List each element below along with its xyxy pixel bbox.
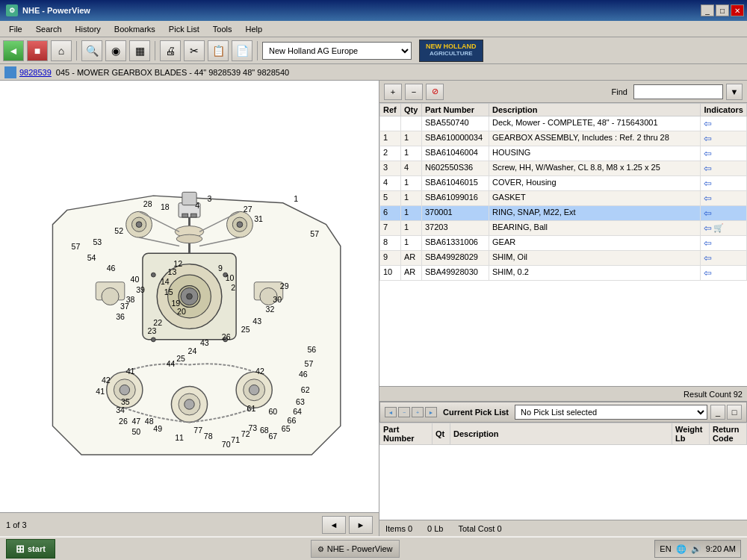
copy-button[interactable]: 📋 bbox=[208, 40, 229, 61]
breadcrumb-link[interactable]: 9828539 bbox=[19, 68, 52, 77]
search-button[interactable]: 🔍 bbox=[81, 40, 102, 61]
svg-text:10: 10 bbox=[226, 273, 235, 282]
menu-picklist[interactable]: Pick List bbox=[163, 23, 205, 35]
pl-nav-plus[interactable]: + bbox=[412, 407, 424, 417]
arrow-icon[interactable]: ⇦ bbox=[704, 163, 712, 174]
pl-minimize-button[interactable]: _ bbox=[710, 405, 725, 420]
barcode-button[interactable]: ▦ bbox=[129, 40, 150, 61]
menu-file[interactable]: File bbox=[3, 23, 28, 35]
diagram-area[interactable]: 1 3 4 18 27 28 31 57 57 52 53 54 46 40 3… bbox=[0, 81, 379, 512]
svg-text:65: 65 bbox=[282, 424, 291, 433]
arrow-icon[interactable]: ⇦ bbox=[704, 208, 712, 219]
svg-text:50: 50 bbox=[131, 427, 140, 436]
pl-nav-left[interactable]: ◄ bbox=[385, 407, 397, 417]
svg-text:42: 42 bbox=[255, 367, 264, 376]
svg-text:30: 30 bbox=[273, 295, 282, 304]
pl-col-return: ReturnCode bbox=[710, 423, 747, 445]
row-description: GEARBOX ASSEMBLY, Includes : Ref. 2 thru… bbox=[489, 131, 701, 146]
breadcrumb-bar: 9828539 045 - MOWER GEARBOX BLADES - 44"… bbox=[0, 64, 747, 81]
arrow-icon[interactable]: ⇦ bbox=[704, 133, 712, 144]
table-row[interactable]: 41SBA61046015COVER, Housing⇦ bbox=[380, 176, 747, 191]
table-row[interactable]: 21SBA61046004HOUSING⇦ bbox=[380, 146, 747, 161]
menu-bookmarks[interactable]: Bookmarks bbox=[108, 23, 161, 35]
minimize-button[interactable]: _ bbox=[701, 4, 714, 16]
result-count-bar: Result Count 92 bbox=[379, 386, 747, 401]
table-row[interactable]: SBA550740Deck, Mower - COMPLETE, 48" - 7… bbox=[380, 116, 747, 131]
menu-search[interactable]: Search bbox=[30, 23, 68, 35]
table-row[interactable]: 9ARSBA49928029SHIM, Oil⇦ bbox=[380, 251, 747, 266]
table-row[interactable]: 10ARSBA49928030SHIM, 0.2⇦ bbox=[380, 266, 747, 281]
svg-text:22: 22 bbox=[153, 318, 162, 327]
footer-cost: Total Cost 0 bbox=[459, 524, 502, 533]
svg-point-24 bbox=[151, 273, 155, 277]
arrow-icon[interactable]: ⇦ bbox=[704, 252, 712, 264]
menu-help[interactable]: Help bbox=[240, 23, 269, 35]
row-indicators: ⇦ bbox=[701, 176, 747, 191]
find-input[interactable] bbox=[633, 84, 723, 99]
region-dropdown[interactable]: New Holland AG Europe bbox=[262, 42, 412, 60]
scissors-button[interactable]: ✂ bbox=[184, 40, 205, 61]
menu-history[interactable]: History bbox=[69, 23, 107, 35]
svg-text:70: 70 bbox=[222, 440, 231, 449]
svg-text:34: 34 bbox=[116, 405, 125, 414]
menu-tools[interactable]: Tools bbox=[207, 23, 238, 35]
parts-remove-button[interactable]: − bbox=[405, 84, 423, 100]
logo-line2: AGRICULTURE bbox=[430, 51, 473, 57]
row-indicators: ⇦ bbox=[701, 206, 747, 221]
svg-text:26: 26 bbox=[119, 417, 128, 426]
arrow-icon[interactable]: ⇦ bbox=[704, 237, 712, 249]
parts-toolbar: + − ⊘ Find ▼ bbox=[379, 81, 747, 103]
arrow-icon[interactable]: ⇦ bbox=[704, 267, 712, 279]
circle-button[interactable]: ◉ bbox=[105, 40, 126, 61]
arrow-icon[interactable]: ⇦ bbox=[704, 223, 712, 234]
start-button[interactable]: ⊞ start bbox=[6, 539, 55, 559]
pl-maximize-button[interactable]: □ bbox=[727, 405, 742, 420]
parts-info-button[interactable]: ⊘ bbox=[426, 84, 444, 100]
picklist-table-area[interactable]: PartNumber Qt Description WeightLb Retur… bbox=[379, 423, 747, 520]
row-indicators: ⇦ bbox=[701, 116, 747, 131]
svg-text:60: 60 bbox=[268, 407, 277, 416]
pl-nav-right[interactable]: ► bbox=[425, 407, 437, 417]
table-row[interactable]: 51SBA61099016GASKET⇦ bbox=[380, 191, 747, 206]
right-panel: + − ⊘ Find ▼ Ref Qty Part Number Descrip… bbox=[379, 81, 747, 536]
row-description: SHIM, Oil bbox=[489, 251, 701, 266]
arrow-icon[interactable]: ⇦ bbox=[704, 178, 712, 189]
print-button[interactable]: 🖨 bbox=[160, 40, 181, 61]
taskbar-item[interactable]: ⚙ NHE - PowerView bbox=[311, 540, 400, 558]
arrow-icon[interactable]: ⇦ bbox=[704, 193, 712, 204]
table-row[interactable]: 61370001RING, SNAP, M22, Ext⇦ bbox=[380, 206, 747, 221]
parts-table-container[interactable]: Ref Qty Part Number Description Indicato… bbox=[379, 103, 747, 386]
next-image-button[interactable]: ► bbox=[349, 516, 373, 534]
arrow-icon[interactable]: ⇦ bbox=[704, 148, 712, 159]
picklist-nav: ◄ − + ► bbox=[385, 407, 437, 417]
svg-point-33 bbox=[237, 222, 243, 228]
stop-button[interactable]: ■ bbox=[27, 40, 48, 61]
home-button[interactable]: ⌂ bbox=[51, 40, 72, 61]
row-qty: 1 bbox=[401, 191, 422, 206]
row-qty: 1 bbox=[401, 131, 422, 146]
svg-text:40: 40 bbox=[131, 275, 140, 284]
table-row[interactable]: 7137203BEARING, Ball⇦🛒 bbox=[380, 221, 747, 236]
close-button[interactable]: ✕ bbox=[731, 4, 744, 16]
svg-text:25: 25 bbox=[176, 354, 185, 363]
filter-button[interactable]: ▼ bbox=[726, 84, 743, 100]
picklist-dropdown[interactable]: No Pick List selected bbox=[515, 405, 707, 420]
svg-text:57: 57 bbox=[72, 242, 81, 251]
row-part-number: SBA61046004 bbox=[422, 146, 489, 161]
table-row[interactable]: 81SBA61331006GEAR⇦ bbox=[380, 236, 747, 251]
find-label: Find bbox=[612, 87, 627, 96]
arrow-icon[interactable]: ⇦ bbox=[704, 118, 712, 129]
maximize-button[interactable]: □ bbox=[716, 4, 729, 16]
table-row[interactable]: 34N602550S36Screw, HH, W/Washer, CL 8.8,… bbox=[380, 161, 747, 176]
row-indicators: ⇦ bbox=[701, 251, 747, 266]
pl-nav-minus[interactable]: − bbox=[398, 407, 410, 417]
svg-text:71: 71 bbox=[231, 435, 240, 444]
svg-text:14: 14 bbox=[161, 277, 170, 286]
prev-image-button[interactable]: ◄ bbox=[322, 516, 346, 534]
col-desc: Description bbox=[489, 104, 701, 116]
parts-add-button[interactable]: + bbox=[384, 84, 402, 100]
toolbar: ◄ ■ ⌂ 🔍 ◉ ▦ 🖨 ✂ 📋 📄 New Holland AG Europ… bbox=[0, 37, 747, 64]
back-button[interactable]: ◄ bbox=[3, 40, 24, 61]
paste-button[interactable]: 📄 bbox=[232, 40, 252, 61]
table-row[interactable]: 11SBA610000034GEARBOX ASSEMBLY, Includes… bbox=[380, 131, 747, 146]
